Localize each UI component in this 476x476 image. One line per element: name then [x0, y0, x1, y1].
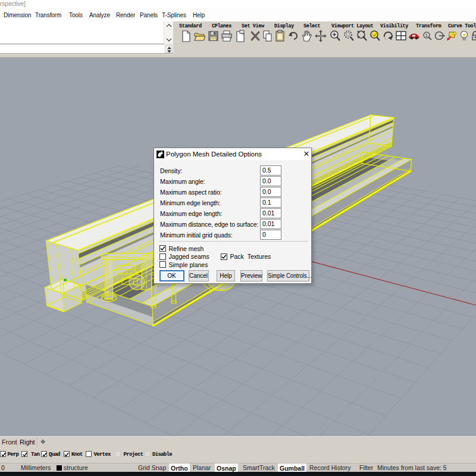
svg-text:1: 1	[425, 33, 428, 38]
